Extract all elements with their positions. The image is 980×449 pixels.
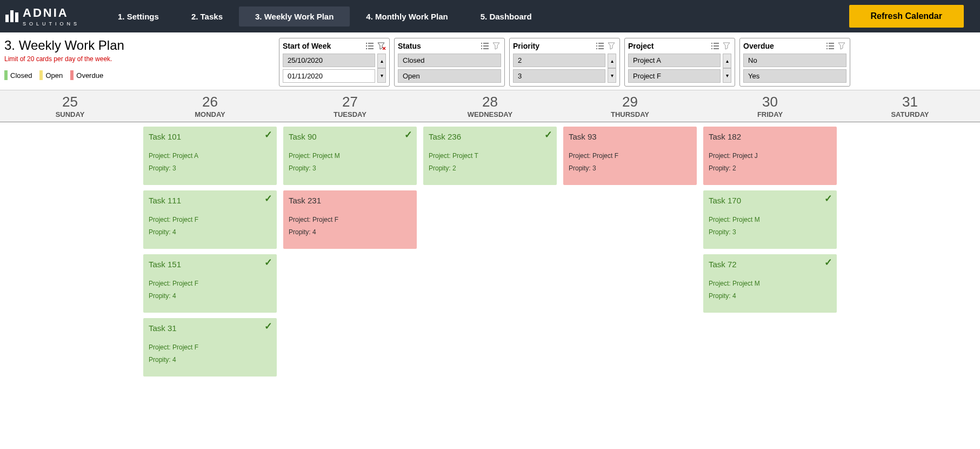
slicer-status-title: Status: [398, 42, 421, 50]
slicer-start-up[interactable]: ▴: [377, 54, 386, 68]
logo-icon: [5, 10, 18, 22]
task-card[interactable]: ✓ Task 101 Project: Project A Propity: 3: [143, 127, 277, 185]
multiselect-icon[interactable]: [826, 42, 835, 50]
filter-icon[interactable]: [838, 42, 846, 50]
slicer-priority-down[interactable]: ▾: [608, 68, 616, 83]
task-project: Project: Project M: [709, 278, 831, 290]
task-project: Project: Project M: [709, 214, 831, 226]
day-num-31: 31: [840, 94, 980, 110]
filter-icon[interactable]: [492, 42, 501, 50]
slicer-priority: Priority 2 3 ▴ ▾: [509, 38, 620, 87]
slicer-priority-option-1[interactable]: 3: [513, 69, 605, 83]
nav-settings[interactable]: 1. Settings: [102, 6, 175, 27]
day-name-saturday: SATURDAY: [840, 110, 980, 118]
task-title: Task 72: [709, 260, 831, 269]
task-card[interactable]: ✓ Task 31 Project: Project F Propity: 4: [143, 318, 277, 377]
slicer-start-down[interactable]: ▾: [377, 68, 386, 83]
task-card[interactable]: Task 93 Project: Project F Propity: 3: [563, 127, 697, 185]
task-title: Task 182: [709, 132, 831, 141]
slicer-project-up[interactable]: ▴: [723, 54, 731, 68]
day-name-tuesday: TUESDAY: [280, 110, 420, 118]
checkmark-icon: ✓: [404, 129, 412, 141]
day-name-sunday: SUNDAY: [0, 110, 140, 118]
slicer-start-option-1[interactable]: 01/11/2020: [283, 69, 375, 83]
filter-icon[interactable]: [723, 42, 731, 50]
task-title: Task 170: [709, 196, 831, 205]
col-thursday: Task 93 Project: Project F Propity: 3: [560, 122, 700, 386]
checkmark-icon: ✓: [824, 193, 832, 204]
task-priority: Propity: 3: [289, 162, 411, 175]
task-project: Project: Project F: [289, 214, 411, 226]
refresh-calendar-button[interactable]: Refresh Calendar: [849, 5, 964, 28]
task-card[interactable]: ✓ Task 151 Project: Project F Propity: 4: [143, 254, 277, 313]
day-name-monday: MONDAY: [140, 110, 280, 118]
slicer-priority-option-0[interactable]: 2: [513, 54, 605, 67]
checkmark-icon: ✓: [264, 193, 272, 204]
multiselect-icon[interactable]: [365, 42, 374, 50]
task-title: Task 90: [289, 132, 411, 141]
page-title-block: 3. Weekly Work Plan Limit of 20 cards pe…: [4, 38, 275, 80]
legend-open: Open: [39, 70, 63, 80]
task-title: Task 231: [289, 196, 411, 205]
col-saturday: [840, 122, 980, 386]
slicer-project-down[interactable]: ▾: [723, 68, 731, 83]
task-card[interactable]: ✓ Task 72 Project: Project M Propity: 4: [703, 254, 837, 313]
nav-monthly[interactable]: 4. Monthly Work Plan: [350, 6, 464, 27]
multiselect-icon[interactable]: [596, 42, 604, 50]
slicer-project-option-1[interactable]: Project F: [628, 69, 721, 83]
slicer-start-option-0[interactable]: 25/10/2020: [283, 54, 375, 67]
task-project: Project: Project F: [569, 150, 691, 162]
day-num-30: 30: [700, 94, 840, 110]
task-card[interactable]: ✓ Task 111 Project: Project F Propity: 4: [143, 190, 277, 249]
task-priority: Propity: 4: [709, 290, 831, 302]
calendar-body: ✓ Task 101 Project: Project A Propity: 3…: [0, 122, 980, 386]
task-project: Project: Project A: [149, 150, 271, 162]
task-card[interactable]: ✓ Task 90 Project: Project M Propity: 3: [283, 127, 417, 185]
slicer-overdue: Overdue No Yes: [739, 38, 850, 87]
day-num-28: 28: [420, 94, 560, 110]
slicer-priority-up[interactable]: ▴: [608, 54, 616, 68]
multiselect-icon[interactable]: [481, 42, 489, 50]
task-title: Task 101: [149, 132, 271, 141]
day-num-25: 25: [0, 94, 140, 110]
col-wednesday: ✓ Task 236 Project: Project T Propity: 2: [420, 122, 560, 386]
task-title: Task 151: [149, 260, 271, 269]
task-priority: Propity: 4: [149, 290, 271, 302]
filter-icon[interactable]: [608, 42, 616, 50]
day-header-tuesday: 27 TUESDAY: [280, 90, 420, 122]
legend-closed-label: Closed: [10, 71, 32, 80]
logo: ADNIA SOLUTIONS: [5, 6, 80, 27]
legend-open-swatch: [39, 70, 43, 80]
day-header-sunday: 25 SUNDAY: [0, 90, 140, 122]
app-header: ADNIA SOLUTIONS 1. Settings 2. Tasks 3. …: [0, 0, 980, 32]
task-card[interactable]: Task 231 Project: Project F Propity: 4: [283, 190, 417, 249]
slicer-project-option-0[interactable]: Project A: [628, 54, 721, 67]
nav-weekly[interactable]: 3. Weekly Work Plan: [239, 6, 350, 27]
task-project: Project: Project J: [709, 150, 831, 162]
legend-overdue: Overdue: [70, 70, 103, 80]
day-header-friday: 30 FRIDAY: [700, 90, 840, 122]
task-card[interactable]: ✓ Task 170 Project: Project M Propity: 3: [703, 190, 837, 249]
task-priority: Propity: 3: [149, 162, 271, 175]
multiselect-icon[interactable]: [711, 42, 719, 50]
clear-filter-icon[interactable]: [377, 42, 386, 50]
slicer-overdue-option-0[interactable]: No: [743, 54, 846, 67]
task-card[interactable]: Task 182 Project: Project J Propity: 2: [703, 127, 837, 185]
task-project: Project: Project T: [429, 150, 551, 162]
day-header-thursday: 29 THURSDAY: [560, 90, 700, 122]
slicer-start-of-week: Start of Week 25/10/2020 01/11/2020 ▴ ▾: [279, 38, 390, 87]
nav-tasks[interactable]: 2. Tasks: [175, 6, 239, 27]
slicer-status-option-0[interactable]: Closed: [398, 54, 501, 67]
legend-overdue-label: Overdue: [76, 71, 103, 80]
task-priority: Propity: 4: [289, 226, 411, 239]
legend-overdue-swatch: [70, 70, 74, 80]
checkmark-icon: ✓: [264, 129, 272, 141]
task-card[interactable]: ✓ Task 236 Project: Project T Propity: 2: [423, 127, 557, 185]
slicer-status-option-1[interactable]: Open: [398, 69, 501, 83]
nav-dashboard[interactable]: 5. Dashboard: [464, 6, 548, 27]
task-title: Task 236: [429, 132, 551, 141]
slicer-priority-title: Priority: [513, 42, 539, 50]
checkmark-icon: ✓: [264, 256, 272, 268]
day-num-27: 27: [280, 94, 420, 110]
slicer-overdue-option-1[interactable]: Yes: [743, 69, 846, 83]
